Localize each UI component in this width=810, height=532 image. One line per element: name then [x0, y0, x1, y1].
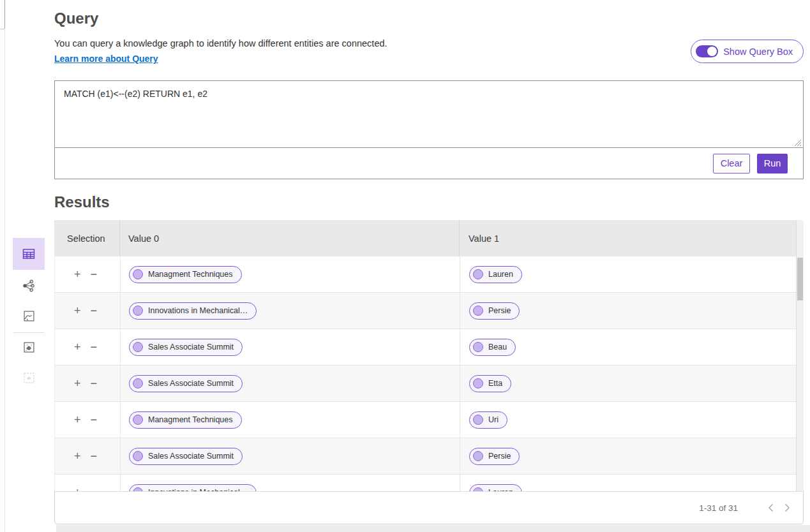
entity-node-icon	[133, 451, 143, 461]
remove-selection-button[interactable]: −	[91, 487, 98, 491]
entity-label: Managment Techniques	[148, 415, 233, 424]
selection-cell: + −	[55, 366, 120, 401]
toggle-switch-icon[interactable]	[696, 45, 718, 57]
value1-pill[interactable]: Beau	[469, 339, 516, 356]
table-view-button[interactable]	[13, 238, 45, 270]
add-selection-button[interactable]: +	[74, 378, 81, 389]
add-selection-button[interactable]: +	[74, 450, 81, 462]
entity-node-icon	[473, 342, 483, 352]
value1-pill[interactable]: Persie	[469, 302, 520, 320]
scrollbar-thumb[interactable]	[797, 258, 803, 300]
selection-cell: + −	[55, 475, 120, 491]
value0-pill[interactable]: Managment Techniques	[129, 411, 242, 429]
value0-pill[interactable]: Sales Associate Summit	[129, 375, 243, 392]
entity-label: Persie	[488, 452, 511, 461]
value0-pill[interactable]: Innovations in Mechanical…	[129, 484, 257, 492]
add-selection-button[interactable]: +	[74, 414, 81, 425]
query-box-panel: MATCH (e1)<--(e2) RETURN e1, e2 Clear Ru…	[54, 80, 804, 179]
add-selection-button[interactable]: +	[74, 341, 81, 353]
table-scrollbar	[796, 220, 804, 491]
link-chart-view-icon	[22, 279, 36, 293]
remove-selection-button[interactable]: −	[91, 378, 98, 389]
add-selection-button[interactable]: +	[74, 269, 81, 280]
rail-divider	[13, 332, 44, 333]
new-link-chart-icon	[22, 371, 36, 385]
remove-selection-button[interactable]: −	[91, 305, 98, 316]
value0-pill[interactable]: Sales Associate Summit	[129, 339, 243, 356]
value1-pill[interactable]: Lauren	[469, 266, 522, 283]
value0-cell: Managment Techniques	[120, 256, 460, 292]
value0-cell: Sales Associate Summit	[120, 366, 460, 401]
pagination-range-label: 1-31 of 31	[699, 503, 738, 513]
remove-selection-button[interactable]: −	[91, 414, 98, 425]
learn-more-link[interactable]: Learn more about Query	[54, 54, 158, 64]
table-row: + − Managment Techniques Lauren	[55, 256, 803, 293]
previous-page-button[interactable]	[762, 499, 779, 516]
entity-node-icon	[473, 415, 483, 425]
query-box-footer: Clear Run	[55, 147, 803, 179]
page-bottom-strip	[56, 525, 810, 532]
entity-label: Innovations in Mechanical…	[148, 306, 248, 315]
entity-node-icon	[473, 306, 483, 316]
results-table-card: Selection Value 0 Value 1 + − Managment …	[54, 220, 804, 524]
value1-cell: Lauren	[460, 256, 803, 292]
link-chart-view-button[interactable]	[13, 279, 45, 293]
selection-cell: + −	[55, 438, 120, 474]
selection-cell: + −	[55, 329, 120, 365]
value1-pill[interactable]: Persie	[469, 448, 520, 465]
toggle-knob	[707, 47, 717, 56]
value1-pill[interactable]: Lauren	[469, 484, 522, 492]
table-header-row: Selection Value 0 Value 1	[54, 220, 804, 256]
left-panel-edge	[4, 0, 5, 29]
table-row: + − Innovations in Mechanical… Persie	[55, 293, 803, 329]
value1-pill[interactable]: Uri	[469, 411, 507, 429]
column-header-value0: Value 0	[119, 220, 459, 256]
value0-cell: Innovations in Mechanical…	[120, 475, 460, 491]
add-to-map-icon	[22, 341, 36, 354]
table-row: + − Innovations in Mechanical… Lauren	[55, 475, 803, 491]
remove-selection-button[interactable]: −	[91, 341, 98, 353]
add-selection-button[interactable]: +	[74, 305, 81, 316]
table-row: + − Managment Techniques Uri	[55, 402, 803, 438]
remove-selection-button[interactable]: −	[91, 269, 98, 280]
clear-button[interactable]: Clear	[713, 154, 750, 174]
column-header-selection: Selection	[54, 220, 119, 256]
map-view-button[interactable]	[13, 309, 45, 323]
value1-cell: Etta	[460, 366, 803, 401]
table-body: + − Managment Techniques Lauren + − Inno…	[54, 256, 804, 491]
value0-cell: Sales Associate Summit	[120, 329, 460, 365]
entity-node-icon	[473, 451, 483, 461]
remove-selection-button[interactable]: −	[91, 450, 98, 462]
value0-pill[interactable]: Managment Techniques	[129, 266, 242, 283]
value1-cell: Lauren	[460, 475, 803, 491]
add-selection-button[interactable]: +	[74, 487, 81, 491]
entity-label: Sales Associate Summit	[148, 343, 234, 351]
next-page-button[interactable]	[779, 499, 795, 516]
value0-pill[interactable]: Innovations in Mechanical…	[129, 302, 257, 320]
pagination-bar: 1-31 of 31	[54, 491, 804, 524]
table-row: + − Sales Associate Summit Beau	[55, 329, 803, 366]
entity-node-icon	[473, 269, 483, 279]
entity-node-icon	[133, 269, 143, 279]
column-header-value1: Value 1	[459, 220, 804, 256]
value0-pill[interactable]: Sales Associate Summit	[129, 448, 243, 465]
entity-node-icon	[133, 342, 143, 352]
value1-pill[interactable]: Etta	[469, 375, 511, 392]
query-input[interactable]: MATCH (e1)<--(e2) RETURN e1, e2	[55, 81, 803, 148]
selection-cell: + −	[55, 402, 120, 438]
show-query-box-toggle[interactable]: Show Query Box	[691, 40, 804, 63]
left-panel-edge-light	[4, 29, 5, 532]
entity-label: Beau	[488, 343, 507, 351]
selection-cell: + −	[55, 256, 120, 292]
value1-cell: Beau	[460, 329, 803, 365]
table-row: + − Sales Associate Summit Persie	[55, 438, 803, 475]
entity-node-icon	[133, 415, 143, 425]
value0-cell: Sales Associate Summit	[120, 438, 460, 474]
add-to-map-button[interactable]	[13, 340, 45, 354]
page-description: You can query a knowledge graph to ident…	[54, 38, 387, 48]
table-view-icon	[21, 246, 36, 262]
resize-handle-icon[interactable]	[794, 139, 802, 147]
run-button[interactable]: Run	[757, 154, 788, 174]
entity-label: Sales Associate Summit	[148, 379, 234, 388]
entity-label: Lauren	[488, 270, 513, 279]
